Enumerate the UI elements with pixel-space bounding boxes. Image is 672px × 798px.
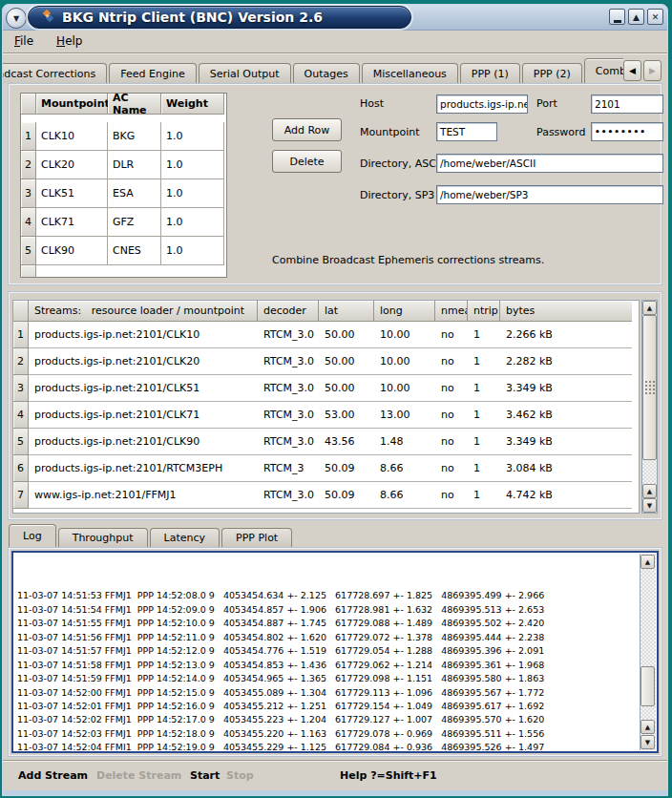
stream-lat[interactable]: 50.09 — [319, 455, 374, 482]
cell-weight[interactable]: 1.0 — [161, 122, 224, 151]
stream-ntrip[interactable]: 1 — [468, 375, 500, 402]
stream-ntrip[interactable]: 1 — [468, 402, 500, 429]
delete-button[interactable]: Delete — [272, 150, 342, 173]
stream-source[interactable]: products.igs-ip.net:2101/CLK20 — [29, 348, 258, 375]
stream-decoder[interactable]: RTCM_3.0 — [258, 322, 319, 348]
tab-outages[interactable]: Outages — [293, 63, 360, 83]
stream-source[interactable]: products.igs-ip.net:2101/CLK71 — [29, 402, 258, 429]
cell-ac-name[interactable]: BKG — [108, 122, 161, 151]
stream-decoder[interactable]: RTCM_3.0 — [258, 429, 319, 455]
scroll-down-button[interactable]: ▼ — [642, 498, 657, 513]
cell-ac-name[interactable]: CNES — [108, 237, 161, 265]
tab-scroll-left-button[interactable]: ◀ — [623, 60, 641, 81]
stream-ntrip[interactable]: 1 — [468, 482, 500, 509]
stop-button[interactable]: Stop — [226, 769, 254, 782]
stream-long[interactable]: 10.00 — [374, 375, 435, 402]
column-header-mountpoint[interactable]: Mountpoint — [36, 94, 108, 115]
tab-latency[interactable]: Latency — [150, 528, 220, 547]
scroll-up-button-2[interactable]: ▲ — [642, 484, 657, 498]
menu-help[interactable]: Help — [56, 34, 82, 48]
stream-long[interactable]: 8.66 — [374, 482, 435, 509]
stream-nmea[interactable]: no — [435, 455, 468, 482]
stream-source[interactable]: products.igs-ip.net:2101/CLK51 — [29, 375, 258, 402]
tab-throughput[interactable]: Throughput — [58, 528, 148, 547]
log-scrollbar-thumb[interactable] — [640, 666, 655, 706]
close-button[interactable]: ✕ — [647, 9, 663, 25]
stream-decoder[interactable]: RTCM_3.0 — [258, 402, 319, 429]
add-stream-button[interactable]: Add Stream — [18, 769, 88, 782]
column-header-long[interactable]: long — [374, 301, 435, 322]
stream-decoder[interactable]: RTCM_3.0 — [258, 348, 319, 375]
tab-ppp-2[interactable]: PPP (2) — [522, 63, 582, 83]
host-input[interactable]: products.igs-ip.net — [436, 94, 528, 114]
directory-sp3-input[interactable]: /home/weber/SP3 — [436, 185, 663, 204]
stream-nmea[interactable]: no — [435, 322, 468, 348]
window-menu-button[interactable]: ▼ — [6, 8, 27, 29]
cell-ac-name[interactable]: ESA — [108, 179, 161, 208]
tab-ppp-1[interactable]: PPP (1) — [460, 63, 520, 83]
stream-bytes[interactable]: 3.349 kB — [500, 375, 632, 402]
tab-log[interactable]: Log — [9, 524, 56, 547]
stream-bytes[interactable]: 2.282 kB — [500, 348, 632, 375]
log-output[interactable]: 11-03-07 14:51:53 FFMJ1 PPP 14:52:08.0 9… — [11, 551, 659, 753]
stream-long[interactable]: 1.48 — [374, 429, 435, 455]
stream-nmea[interactable]: no — [435, 402, 468, 429]
column-header-source[interactable]: Streams: resource loader / mountpoint — [29, 301, 258, 322]
stream-nmea[interactable]: no — [435, 348, 468, 375]
tab-combination[interactable]: Combination — [584, 58, 623, 83]
stream-source[interactable]: www.igs-ip.net:2101/FFMJ1 — [29, 482, 258, 509]
stream-source[interactable]: products.igs-ip.net:2101/RTCM3EPH — [29, 455, 258, 482]
stream-ntrip[interactable]: 1 — [468, 348, 500, 375]
minimize-button[interactable] — [609, 9, 625, 25]
stream-lat[interactable]: 50.09 — [319, 482, 374, 509]
stream-ntrip[interactable]: 1 — [468, 322, 500, 348]
stream-nmea[interactable]: no — [435, 429, 468, 455]
stream-ntrip[interactable]: 1 — [468, 429, 500, 455]
stream-decoder[interactable]: RTCM_3 — [258, 455, 319, 482]
stream-long[interactable]: 8.66 — [374, 455, 435, 482]
cell-weight[interactable]: 1.0 — [161, 208, 224, 237]
cell-ac-name[interactable]: DLR — [108, 151, 161, 179]
scroll-up-button-2[interactable]: ▲ — [640, 720, 655, 734]
column-header-ac-name[interactable]: AC Name — [108, 94, 161, 115]
log-scrollbar[interactable]: ▲ ▲ ▼ — [640, 554, 656, 750]
cell-mountpoint[interactable]: CLK10 — [36, 122, 108, 151]
column-header-decoder[interactable]: decoder — [258, 301, 319, 322]
stream-lat[interactable]: 53.00 — [319, 402, 374, 429]
stream-bytes[interactable]: 4.742 kB — [500, 482, 632, 509]
cell-mountpoint[interactable]: CLK20 — [36, 151, 108, 179]
column-header-bytes[interactable]: bytes — [500, 301, 632, 322]
add-row-button[interactable]: Add Row — [272, 118, 342, 141]
stream-long[interactable]: 10.00 — [374, 322, 435, 348]
cell-empty[interactable] — [36, 265, 224, 278]
cell-weight[interactable]: 1.0 — [161, 237, 224, 265]
scroll-down-button[interactable]: ▼ — [640, 735, 655, 749]
stream-long[interactable]: 10.00 — [374, 348, 435, 375]
stream-bytes[interactable]: 3.462 kB — [500, 402, 632, 429]
stream-nmea[interactable]: no — [435, 482, 468, 509]
stream-ntrip[interactable]: 1 — [468, 455, 500, 482]
stream-decoder[interactable]: RTCM_3.0 — [258, 482, 319, 509]
stream-lat[interactable]: 50.00 — [319, 375, 374, 402]
tab-scroll-right-button[interactable]: ▶ — [643, 60, 662, 81]
stream-nmea[interactable]: no — [435, 375, 468, 402]
cell-mountpoint[interactable]: CLK51 — [36, 179, 108, 208]
column-header-lat[interactable]: lat — [319, 301, 374, 322]
tab-broadcast-corrections[interactable]: Broadcast Corrections — [3, 63, 107, 83]
titlebar[interactable]: ▼ BKG Ntrip Client (BNC) Version 2.6 ▲ ✕ — [3, 5, 667, 31]
mountpoint-input[interactable]: TEST — [436, 122, 497, 141]
menu-file[interactable]: File — [14, 34, 33, 48]
column-header-nmea[interactable]: nmea — [435, 301, 468, 322]
stream-lat[interactable]: 43.56 — [319, 429, 374, 455]
port-input[interactable]: 2101 — [591, 94, 663, 114]
tab-feed-engine[interactable]: Feed Engine — [109, 63, 196, 83]
streams-scrollbar[interactable]: ▲ ▲ ▼ — [641, 300, 658, 514]
column-header-ntrip[interactable]: ntrip — [468, 301, 500, 322]
stream-bytes[interactable]: 3.349 kB — [500, 429, 632, 455]
start-button[interactable]: Start — [190, 769, 220, 782]
cell-weight[interactable]: 1.0 — [161, 179, 224, 208]
tab-miscellaneous[interactable]: Miscellaneous — [362, 63, 458, 83]
scroll-up-button[interactable]: ▲ — [642, 301, 657, 315]
stream-lat[interactable]: 50.00 — [319, 348, 374, 375]
maximize-button[interactable]: ▲ — [628, 9, 644, 25]
